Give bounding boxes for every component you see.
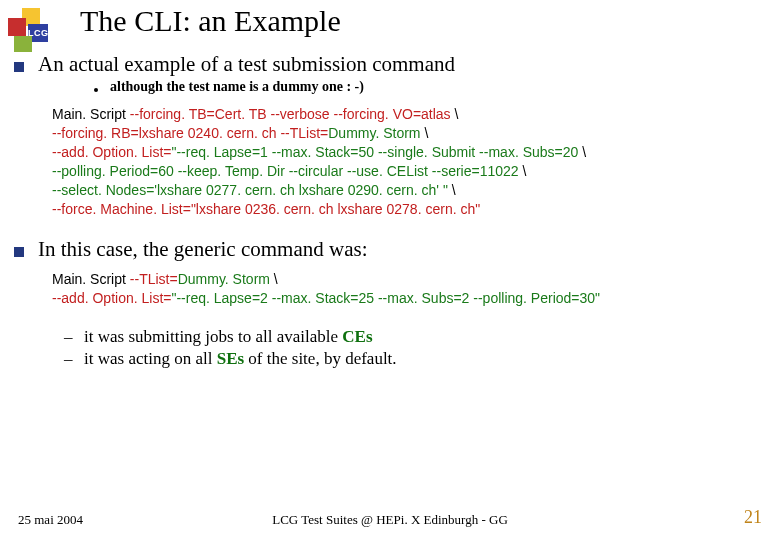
dash-item-2: – it was acting on all SEs of the site, … bbox=[64, 348, 766, 371]
code-arg: --add. Option. List= bbox=[52, 290, 171, 306]
code-block-1: Main. Script --forcing. TB=Cert. TB --ve… bbox=[52, 105, 766, 218]
code-opt: Dummy. Storm bbox=[328, 125, 420, 141]
dash-icon: – bbox=[64, 326, 74, 349]
bullet-1-text: An actual example of a test submission c… bbox=[38, 52, 455, 77]
dot-bullet-icon bbox=[94, 88, 98, 92]
bullet-2: In this case, the generic command was: bbox=[14, 237, 766, 262]
bullet-2-text: In this case, the generic command was: bbox=[38, 237, 367, 262]
square-bullet-icon bbox=[14, 247, 24, 257]
code-text: Main. Script bbox=[52, 271, 130, 287]
logo-square-green bbox=[14, 36, 32, 52]
logo-square-red bbox=[8, 18, 26, 36]
square-bullet-icon bbox=[14, 62, 24, 72]
footer-title: LCG Test Suites @ HEPi. X Edinburgh - GG bbox=[0, 512, 780, 528]
emphasis-ses: SEs bbox=[217, 349, 244, 368]
slide-title: The CLI: an Example bbox=[80, 4, 341, 38]
code-text: \ bbox=[519, 163, 527, 179]
code-block-2: Main. Script --TList=Dummy. Storm \ --ad… bbox=[52, 270, 766, 308]
dash-text: of the site, by default. bbox=[244, 349, 397, 368]
code-arg: --force. Machine. List="lxshare 0236. ce… bbox=[52, 201, 480, 217]
code-opt: "--req. Lapse=2 --max. Stack=25 --max. S… bbox=[171, 290, 600, 306]
dash-text: it was acting on all bbox=[84, 349, 217, 368]
slide-footer: 25 mai 2004 LCG Test Suites @ HEPi. X Ed… bbox=[0, 507, 780, 528]
code-arg: --forcing. RB=lxshare 0240. cern. ch --T… bbox=[52, 125, 328, 141]
code-opt: --select. Nodes='lxshare 0277. cern. ch … bbox=[52, 182, 448, 198]
code-text: \ bbox=[451, 106, 459, 122]
slide-content: An actual example of a test submission c… bbox=[14, 52, 766, 371]
code-arg: --add. Option. List= bbox=[52, 144, 171, 160]
dash-text: it was submitting jobs to all available bbox=[84, 327, 342, 346]
code-arg: --forcing. TB=Cert. TB --verbose --forci… bbox=[130, 106, 451, 122]
dash-list: – it was submitting jobs to all availabl… bbox=[64, 326, 766, 372]
code-text: \ bbox=[270, 271, 278, 287]
code-text: \ bbox=[578, 144, 586, 160]
subbullet-1: although the test name is a dummy one : … bbox=[94, 79, 766, 95]
code-opt: Dummy. Storm bbox=[178, 271, 270, 287]
code-opt: "--req. Lapse=1 --max. Stack=50 --single… bbox=[171, 144, 578, 160]
code-text: \ bbox=[421, 125, 429, 141]
dash-icon: – bbox=[64, 348, 74, 371]
lcg-logo: LCG bbox=[8, 8, 56, 52]
code-arg: --TList= bbox=[130, 271, 178, 287]
bullet-1: An actual example of a test submission c… bbox=[14, 52, 766, 77]
code-text: Main. Script bbox=[52, 106, 130, 122]
dash-item-1: – it was submitting jobs to all availabl… bbox=[64, 326, 766, 349]
code-text: \ bbox=[448, 182, 456, 198]
emphasis-ces: CEs bbox=[342, 327, 372, 346]
code-opt: --polling. Period=60 --keep. Temp. Dir -… bbox=[52, 163, 519, 179]
subbullet-1-text: although the test name is a dummy one : … bbox=[110, 79, 364, 95]
